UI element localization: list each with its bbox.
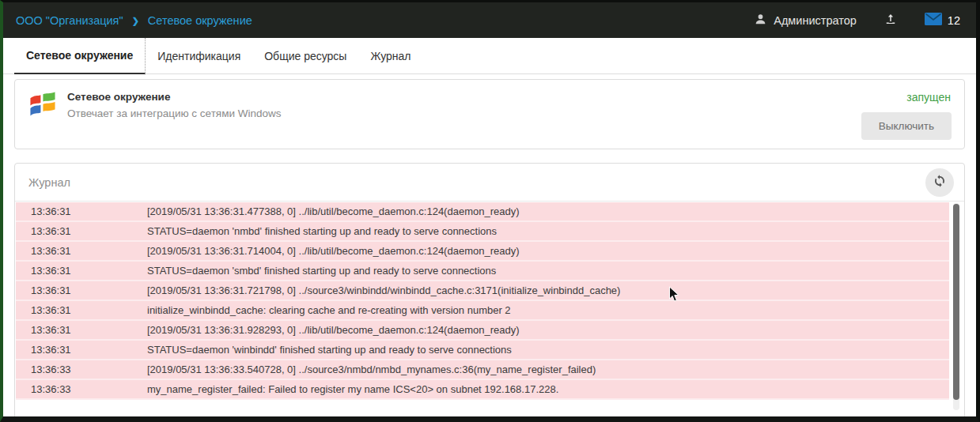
log-row-time: 13:36:31 [16,304,147,316]
topbar-actions: Администратор 12 [754,12,960,28]
log-row[interactable]: 13:36:33 [2019/05/31 13:36:33.540728, 0]… [16,360,949,380]
log-row[interactable]: 13:36:31 STATUS=daemon 'winbindd' finish… [16,341,949,360]
service-toggle-button[interactable]: Выключить [861,112,952,140]
refresh-button[interactable] [925,168,954,197]
tab-label: Сетевое окружение [26,49,133,62]
mail-icon [925,13,942,28]
log-row-message: STATUS=daemon 'nmbd' finished starting u… [147,225,949,237]
upload-button[interactable] [884,12,898,28]
log-row-message: [2019/05/31 13:36:31.928293, 0] ../lib/u… [147,324,949,336]
log-row-time: 13:36:31 [16,225,147,237]
log-row[interactable]: 13:36:31 STATUS=daemon 'nmbd' finished s… [16,222,949,242]
log-row[interactable]: 13:36:31 initialize_winbindd_cache: clea… [16,301,949,321]
breadcrumb: ООО "Организация" ❯ Сетевое окружение [16,14,252,27]
user-label: Администратор [774,14,857,27]
log-row-message: [2019/05/31 13:36:31.721798, 0] ../sourc… [147,284,949,296]
person-icon [754,13,767,28]
log-row-time: 13:36:33 [16,364,147,375]
chevron-right-icon: ❯ [132,16,139,26]
service-info: Сетевое окружение Отвечает за интеграцию… [67,90,282,138]
scrollbar-thumb[interactable] [953,204,959,400]
scrollbar-track[interactable] [953,203,959,410]
service-description: Отвечает за интеграцию с сетями Windows [67,107,282,119]
tab[interactable]: Общие ресурсы [252,38,358,74]
topbar: ООО "Организация" ❯ Сетевое окружение Ад… [3,2,976,38]
refresh-icon [933,174,947,190]
log-row[interactable]: 13:36:31 [2019/05/31 13:36:31.928293, 0]… [16,321,949,341]
log-row-message: initialize_winbindd_cache: clearing cach… [147,304,949,316]
log-row-message: STATUS=daemon 'winbindd' finished starti… [147,344,949,356]
log-row[interactable]: 13:36:33 my_name_register_failed: Failed… [16,380,949,400]
upload-icon [884,12,898,28]
service-title: Сетевое окружение [67,91,282,103]
tab-label: Журнал [370,50,411,62]
mail-count-badge: 12 [948,14,960,27]
app-window: { "topbar": { "breadcrumb": { "org": "ОО… [0,0,980,422]
tab[interactable]: Журнал [358,38,422,74]
tab-label: Идентификация [157,50,240,62]
log-row-time: 13:36:31 [16,205,147,217]
log-row-message: [2019/05/31 13:36:31.477388, 0] ../lib/u… [147,205,949,217]
log-row[interactable]: 13:36:31 [2019/05/31 13:36:31.477388, 0]… [16,202,949,222]
journal-log-list: 13:36:31 [2019/05/31 13:36:31.477388, 0]… [15,202,964,400]
windows-logo-icon [28,90,58,120]
journal-title: Журнал [28,176,70,189]
service-card: Сетевое окружение Отвечает за интеграцию… [14,79,965,149]
log-row-message: [2019/05/31 13:36:31.714004, 0] ../lib/u… [147,245,949,257]
log-row-time: 13:36:31 [16,324,147,336]
log-row-message: STATUS=daemon 'smbd' finished starting u… [147,265,949,277]
log-row[interactable]: 13:36:31 [2019/05/31 13:36:31.721798, 0]… [16,281,949,301]
breadcrumb-page-link[interactable]: Сетевое окружение [148,14,252,27]
log-row-message: [2019/05/31 13:36:33.540728, 0] ../sourc… [147,364,949,375]
log-row-time: 13:36:31 [16,284,147,296]
journal-card: Журнал 13:36:31 [2019/05/31 13:36:31.477… [14,163,965,422]
log-row-message: my_name_register_failed: Failed to regis… [147,383,949,395]
log-row-time: 13:36:31 [16,245,147,257]
service-status-badge: запущен [906,91,951,104]
tab-label: Общие ресурсы [264,50,346,62]
tab[interactable]: Сетевое окружение [14,38,146,74]
breadcrumb-org-link[interactable]: ООО "Организация" [16,14,123,27]
log-row[interactable]: 13:36:31 [2019/05/31 13:36:31.714004, 0]… [16,242,949,262]
log-row-time: 13:36:31 [16,265,147,277]
log-row[interactable]: 13:36:31 STATUS=daemon 'smbd' finished s… [16,262,949,281]
log-row-time: 13:36:31 [16,344,147,356]
user-menu[interactable]: Администратор [754,13,857,28]
tab-bar: Сетевое окружение Идентификация Общие ре… [3,38,976,74]
mail-button[interactable]: 12 [925,13,960,28]
log-row-time: 13:36:33 [16,383,147,395]
tab[interactable]: Идентификация [146,38,252,74]
journal-header: Журнал [15,164,964,202]
